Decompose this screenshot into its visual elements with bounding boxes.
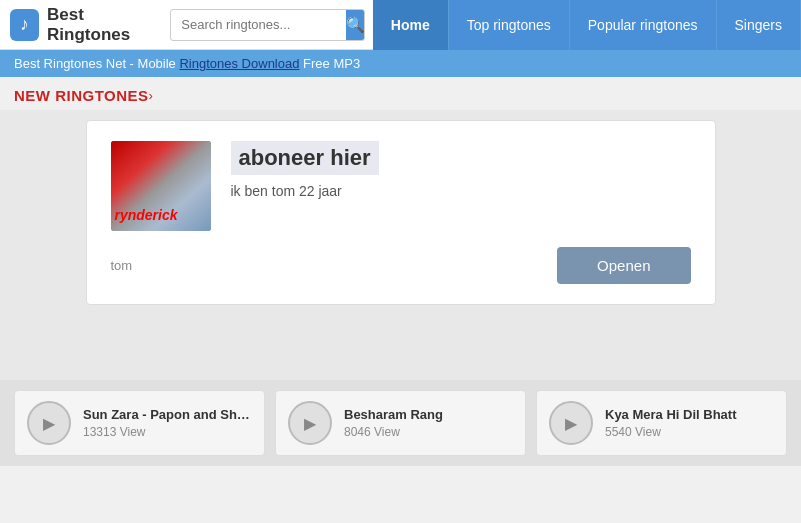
- nav-item-popular-ringtones[interactable]: Popular ringtones: [570, 0, 717, 50]
- ringtone-info-0: Sun Zara - Papon and Shreya Ghoshal 1331…: [83, 407, 252, 439]
- nav-item-top-ringtones[interactable]: Top ringtones: [449, 0, 570, 50]
- ringtone-views-1: 8046 View: [344, 425, 513, 439]
- play-icon-1: ▶: [304, 414, 316, 433]
- header: ♪ Best Ringtones 🔍 Home Top ringtones Po…: [0, 0, 801, 50]
- section-arrow: ›: [149, 88, 153, 103]
- ad-thumbnail-inner: rynderick: [111, 141, 211, 231]
- nav-item-home[interactable]: Home: [373, 0, 449, 50]
- ringtone-info-1: Besharam Rang 8046 View: [344, 407, 513, 439]
- ringtone-item: ▶ Besharam Rang 8046 View: [275, 390, 526, 456]
- ad-thumbnail-text: rynderick: [115, 207, 178, 223]
- ringtone-item: ▶ Sun Zara - Papon and Shreya Ghoshal 13…: [14, 390, 265, 456]
- ringtone-name-2: Kya Mera Hi Dil Bhatt: [605, 407, 774, 422]
- ringtone-item: ▶ Kya Mera Hi Dil Bhatt 5540 View: [536, 390, 787, 456]
- section-header: NEW RINGTONES›: [0, 77, 801, 110]
- nav-item-singers[interactable]: Singers: [717, 0, 801, 50]
- play-icon-0: ▶: [43, 414, 55, 433]
- ad-footer: tom Openen: [111, 247, 691, 284]
- ad-description: ik ben tom 22 jaar: [231, 183, 691, 199]
- ad-info: aboneer hier ik ben tom 22 jaar: [231, 141, 691, 199]
- play-icon-2: ▶: [565, 414, 577, 433]
- ad-author: tom: [111, 258, 133, 273]
- banner-text-after: Free MP3: [299, 56, 360, 71]
- ad-title: aboneer hier: [231, 141, 379, 175]
- ringtone-info-2: Kya Mera Hi Dil Bhatt 5540 View: [605, 407, 774, 439]
- ringtone-name-1: Besharam Rang: [344, 407, 513, 422]
- search-button[interactable]: 🔍: [346, 9, 365, 41]
- ad-open-button[interactable]: Openen: [557, 247, 690, 284]
- play-button-2[interactable]: ▶: [549, 401, 593, 445]
- search-input[interactable]: [171, 17, 346, 32]
- play-button-0[interactable]: ▶: [27, 401, 71, 445]
- main-nav: Home Top ringtones Popular ringtones Sin…: [373, 0, 801, 50]
- banner-text-before: Best Ringtones Net - Mobile: [14, 56, 179, 71]
- promo-banner: Best Ringtones Net - Mobile Ringtones Do…: [0, 50, 801, 77]
- logo-icon: ♪: [10, 9, 39, 41]
- logo-text: Best Ringtones: [47, 5, 160, 45]
- ad-thumbnail: rynderick: [111, 141, 211, 231]
- logo-area: ♪ Best Ringtones: [0, 5, 170, 45]
- ringtone-views-2: 5540 View: [605, 425, 774, 439]
- ad-card: rynderick aboneer hier ik ben tom 22 jaa…: [86, 120, 716, 305]
- section-title: NEW RINGTONES: [14, 87, 149, 104]
- ringtone-name-0: Sun Zara - Papon and Shreya Ghoshal: [83, 407, 252, 422]
- ringtone-list: ▶ Sun Zara - Papon and Shreya Ghoshal 13…: [0, 380, 801, 466]
- search-area: 🔍: [170, 9, 365, 41]
- search-icon: 🔍: [346, 16, 365, 34]
- ad-top: rynderick aboneer hier ik ben tom 22 jaa…: [111, 141, 691, 231]
- main-content: rynderick aboneer hier ik ben tom 22 jaa…: [0, 110, 801, 380]
- play-button-1[interactable]: ▶: [288, 401, 332, 445]
- ringtone-views-0: 13313 View: [83, 425, 252, 439]
- banner-link[interactable]: Ringtones Download: [179, 56, 299, 71]
